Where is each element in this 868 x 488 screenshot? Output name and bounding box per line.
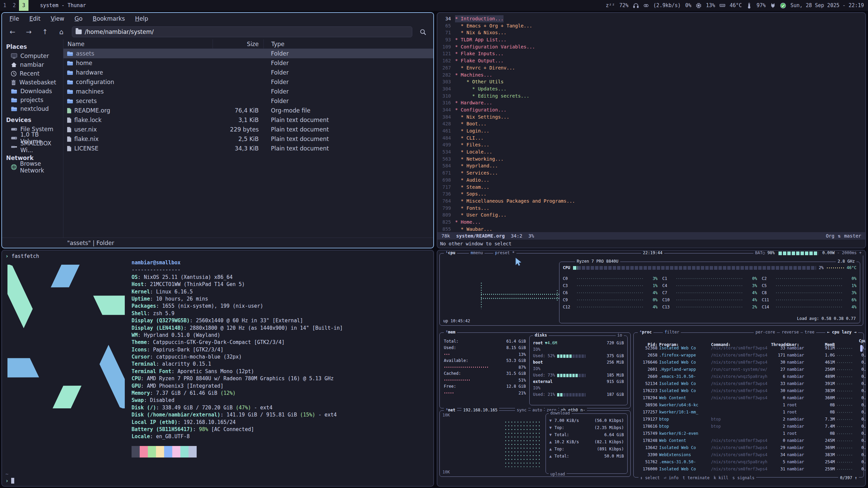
file-row[interactable]: README.org 76,4 KiB Org-mode file: [63, 106, 433, 115]
org-buffer[interactable]: 34 * Introduction... 65 * Emacs + Org + …: [437, 13, 865, 232]
up-button[interactable]: ↑: [39, 26, 51, 37]
column-header-name[interactable]: Name: [63, 41, 213, 47]
process-row[interactable]: 179127 btop btop 2 nambiar 7.3M 0.0: [634, 416, 864, 423]
preset-button[interactable]: preset *: [493, 250, 516, 255]
process-row[interactable]: 51762 .emacs-31.0.50- /nix/store/wnqz5pa…: [634, 459, 864, 466]
sidebar-item-usb[interactable]: SMALLBOX Wi...: [2, 142, 63, 151]
proc-tab[interactable]: ⁴proc: [638, 330, 653, 334]
sidebar-item-wastebasket[interactable]: Wastebasket: [2, 78, 63, 87]
core-usage-graph: [676, 306, 743, 308]
buffer-size: 78k: [441, 233, 450, 239]
info-line: Local IP (eth0): 192.168.10.165/24: [132, 419, 343, 426]
file-row[interactable]: secrets Folder: [63, 96, 433, 106]
file-row[interactable]: user.nix 229 bytes Plain text document: [63, 125, 433, 134]
per-core-toggle[interactable]: per-core: [754, 330, 777, 334]
filter-button[interactable]: filter: [663, 330, 681, 334]
mem-tab[interactable]: ²mem: [444, 330, 457, 334]
file-row[interactable]: home Folder: [63, 58, 433, 68]
core-usage-graph: [576, 299, 644, 301]
file-row[interactable]: assets Folder: [63, 49, 433, 58]
process-row[interactable]: 178294 Web Content /nix/store/sm8fmrf3wp…: [634, 394, 864, 402]
process-row[interactable]: 13642 Isolated Web Co /nix/store/sm8fmrf…: [634, 444, 864, 451]
reverse-toggle[interactable]: reverse: [780, 330, 801, 334]
column-header-type[interactable]: Type: [263, 39, 433, 49]
process-row[interactable]: 176646 Isolated Web Co /nix/store/sm8fmr…: [634, 359, 864, 366]
line-number: 534: [437, 148, 455, 156]
sidebar-item-home[interactable]: nambiar: [2, 60, 63, 69]
net-auto-toggle[interactable]: auto: [531, 408, 544, 412]
column-header-size[interactable]: Size: [213, 39, 263, 49]
line-number: 428: [437, 120, 455, 127]
shell-prompt[interactable]: ›: [5, 478, 14, 484]
color-swatch: [180, 446, 189, 452]
tree-toggle[interactable]: tree: [803, 330, 816, 334]
net-tab[interactable]: ³net: [444, 408, 457, 412]
home-button[interactable]: ⌂: [56, 26, 67, 37]
info-line: Terminal Font: Aporetic Sans Mono (12pt): [132, 368, 343, 375]
line-number: 799: [437, 205, 455, 212]
process-row[interactable]: 178248 Web Content /nix/store/sm8fmrf3wp…: [634, 437, 864, 444]
footer-key[interactable]: k kill: [714, 475, 728, 480]
process-row[interactable]: 38936 kworker/u64:6-kc 1 root 0B 0.0: [634, 402, 864, 409]
file-row[interactable]: LICENSE 34,3 KiB Plain text document: [63, 144, 433, 153]
file-row[interactable]: flake.lock 3,1 KiB Plain text document: [63, 115, 433, 125]
cpu-tab[interactable]: ¹cpu: [444, 250, 457, 255]
core-row: C5 1%: [762, 282, 856, 289]
sidebar-item-nextcloud[interactable]: nextcloud: [2, 104, 63, 113]
proc-scrollbar-thumb[interactable]: [860, 345, 863, 352]
process-row[interactable]: 2658 .firefox-wrappe /nix/store/sm8fmrf3…: [634, 352, 864, 359]
footer-key[interactable]: ↕ select: [640, 475, 660, 480]
menu-go[interactable]: Go: [75, 15, 83, 22]
search-button[interactable]: [417, 26, 429, 37]
workspace-button[interactable]: 1: [0, 0, 9, 11]
core-row: C14 4%: [762, 303, 856, 310]
menu-file[interactable]: File: [9, 15, 19, 22]
back-button[interactable]: ←: [7, 26, 18, 37]
file-row[interactable]: hardware Folder: [63, 68, 433, 77]
workspace-button[interactable]: 2: [9, 0, 19, 11]
sidebar-item-computer[interactable]: Computer: [2, 52, 63, 60]
footer-key[interactable]: s signals: [732, 475, 754, 480]
io-toggle[interactable]: io: [616, 333, 624, 338]
process-row[interactable]: 176000 Isolated Web Co /nix/store/sm8fmr…: [634, 466, 864, 473]
disk-entry: external915 GiB IO% Used: 21%187 GiB: [533, 379, 624, 398]
workspace-button[interactable]: 3: [19, 0, 28, 11]
process-row[interactable]: 52368 Isolated Web Co /nix/store/sm8fmrf…: [634, 345, 864, 352]
process-row[interactable]: 178616 btop btop 2 nambiar 7.4M 0.0: [634, 423, 864, 430]
process-row[interactable]: 3390 WebExtensions /nix/store/sm8fmrf3wp…: [634, 451, 864, 459]
footer-key[interactable]: t terminate: [683, 475, 710, 480]
process-row[interactable]: 2601 .Hyprland-wrapp /run/current-system…: [634, 366, 864, 373]
line-number: 484: [437, 135, 455, 142]
download-title: download: [549, 411, 572, 415]
core-usage-graph: [775, 306, 843, 308]
file-row[interactable]: configuration Folder: [63, 77, 433, 87]
menu-view[interactable]: View: [51, 15, 64, 22]
fastfetch-terminal-window[interactable]: › fastfetch nambiar@smallbox -----------…: [1, 250, 434, 487]
sidebar-item-downloads[interactable]: Downloads: [2, 87, 63, 96]
file-row[interactable]: flake.nix 2,5 KiB Plain text document: [63, 134, 433, 144]
menu-edit[interactable]: Edit: [29, 15, 40, 22]
process-row[interactable]: 175749 kworker/6:2-even 1 root 0B 0.0: [634, 430, 864, 437]
info-line: Locale: en_GB.UTF-8: [132, 433, 343, 440]
file-list: assets Folder home Fo: [63, 49, 433, 153]
process-row[interactable]: 2660 .emacs-31.0.50- /nix/store/wnqz5pa8…: [634, 373, 864, 380]
sidebar-item-projects[interactable]: projects: [2, 96, 63, 104]
file-row[interactable]: machines Folder: [63, 87, 433, 96]
menu-bookmarks[interactable]: Bookmarks: [93, 15, 125, 22]
sidebar-item-browse-network[interactable]: Browse Network: [2, 163, 63, 171]
menu-button[interactable]: mmenumenu: [469, 250, 485, 255]
process-row[interactable]: 177257 kworker/10:1-mm_ 1 root 0B 0.0: [634, 409, 864, 416]
process-row[interactable]: 52134 Isolated Web Co /nix/store/sm8fmrf…: [634, 380, 864, 387]
net-stat-row: ▲ 10.2 KiB/s (82.1 Kibps): [546, 439, 627, 446]
process-row[interactable]: 176223 Isolated Web Co /nix/store/sm8fmr…: [634, 387, 864, 394]
forward-button[interactable]: →: [23, 26, 35, 37]
footer-key[interactable]: ⏎ info: [664, 475, 678, 480]
sort-selector[interactable]: ← cpu lazy →: [825, 330, 858, 334]
net-sync-toggle[interactable]: sync: [515, 408, 528, 412]
menu-help[interactable]: Help: [135, 15, 148, 22]
info-line: Display (LEN414B): 2880x1800 @ 120 Hz (a…: [132, 325, 343, 332]
sidebar-item-recent[interactable]: Recent: [2, 69, 63, 78]
path-bar[interactable]: /home/nambiar/system/: [72, 26, 412, 37]
process-list: 52368 Isolated Web Co /nix/store/sm8fmrf…: [634, 345, 864, 473]
core-grid: C0 3% C1 0% C2 0%: [563, 275, 856, 310]
